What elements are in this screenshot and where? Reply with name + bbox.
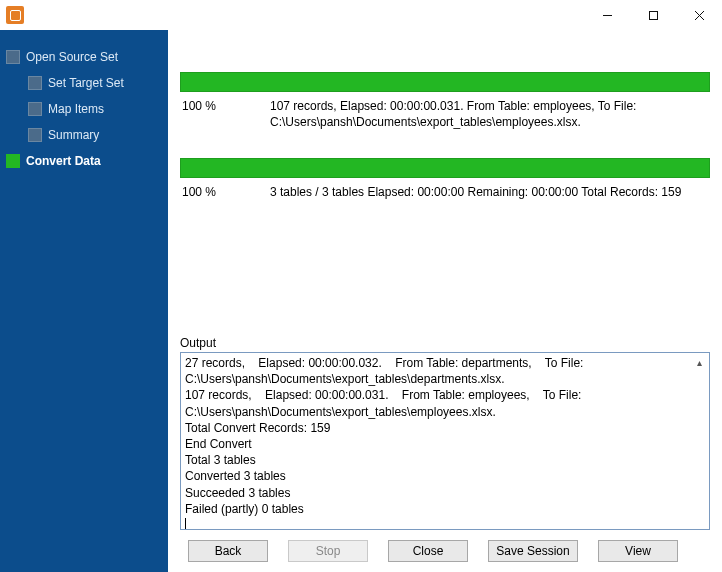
- overall-progress-bar: [180, 158, 710, 178]
- sidebar-item-set-target-set[interactable]: Set Target Set: [6, 70, 162, 96]
- wizard-sidebar: Open Source Set Set Target Set Map Items…: [0, 30, 168, 572]
- step-box-icon: [6, 154, 20, 168]
- table-progress-text: 107 records, Elapsed: 00:00:00.031. From…: [270, 98, 710, 130]
- step-box-icon: [28, 76, 42, 90]
- output-text: 27 records, Elapsed: 00:00:00.032. From …: [185, 356, 587, 516]
- output-label: Output: [180, 330, 710, 352]
- stop-button: Stop: [288, 540, 368, 562]
- close-wizard-button[interactable]: Close: [388, 540, 468, 562]
- sidebar-item-summary[interactable]: Summary: [6, 122, 162, 148]
- sidebar-item-label: Open Source Set: [26, 50, 118, 64]
- sidebar-item-label: Convert Data: [26, 154, 101, 168]
- sidebar-item-label: Map Items: [48, 102, 104, 116]
- overall-progress-percent: 100 %: [180, 184, 260, 200]
- step-box-icon: [6, 50, 20, 64]
- close-button[interactable]: [676, 0, 722, 30]
- maximize-button[interactable]: [630, 0, 676, 30]
- svg-rect-1: [649, 11, 657, 19]
- save-session-button[interactable]: Save Session: [488, 540, 578, 562]
- window-controls: [584, 0, 722, 30]
- step-box-icon: [28, 128, 42, 142]
- overall-progress-text: 3 tables / 3 tables Elapsed: 00:00:00 Re…: [270, 184, 710, 200]
- sidebar-item-label: Set Target Set: [48, 76, 124, 90]
- text-caret: [185, 517, 705, 530]
- sidebar-item-label: Summary: [48, 128, 99, 142]
- scroll-up-icon[interactable]: ▴: [692, 355, 707, 370]
- step-box-icon: [28, 102, 42, 116]
- app-icon: [6, 6, 24, 24]
- main-panel: 100 % 107 records, Elapsed: 00:00:00.031…: [168, 30, 722, 572]
- titlebar: [0, 0, 722, 30]
- sidebar-item-open-source-set[interactable]: Open Source Set: [6, 44, 162, 70]
- view-button[interactable]: View: [598, 540, 678, 562]
- table-progress-bar: [180, 72, 710, 92]
- button-row: Back Stop Close Save Session View: [180, 530, 710, 562]
- output-textbox[interactable]: ▴27 records, Elapsed: 00:00:00.032. From…: [180, 352, 710, 530]
- sidebar-item-map-items[interactable]: Map Items: [6, 96, 162, 122]
- table-progress-percent: 100 %: [180, 98, 260, 130]
- table-progress-block: 100 % 107 records, Elapsed: 00:00:00.031…: [180, 72, 710, 130]
- sidebar-item-convert-data[interactable]: Convert Data: [6, 148, 162, 174]
- overall-progress-block: 100 % 3 tables / 3 tables Elapsed: 00:00…: [180, 158, 710, 200]
- minimize-button[interactable]: [584, 0, 630, 30]
- back-button[interactable]: Back: [188, 540, 268, 562]
